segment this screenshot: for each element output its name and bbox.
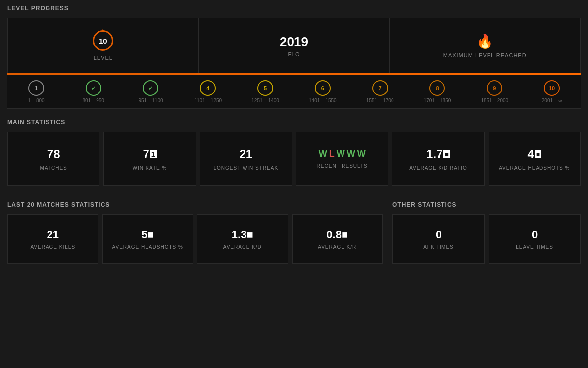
stat-card-kd: 1.7■ AVERAGE K/D RATIO xyxy=(392,132,484,186)
other-afk: 0 AFK TIMES xyxy=(392,214,485,264)
last20-avg-hs: 5■ AVERAGE HEADSHOTS % xyxy=(102,214,194,264)
other-stats-grid: 0 AFK TIMES 0 LEAVE TIMES xyxy=(392,214,581,264)
other-leave-value: 0 xyxy=(532,229,538,241)
stat-card-recent-results: W L W W W RECENT RESULTS xyxy=(296,132,388,186)
milestone-5: 5 1251 – 1400 xyxy=(237,80,294,103)
stat-card-winrate: 71 WIN RATE % xyxy=(103,132,196,186)
level-progress-title: LEVEL PROGRESS xyxy=(7,5,581,12)
level-card: 10 LEVEL xyxy=(8,18,199,73)
milestone-10: 10 2001 – ∞ xyxy=(523,80,581,103)
milestone-badge-3: ✓ xyxy=(143,80,158,96)
level-badge: 10 xyxy=(93,30,113,51)
milestone-badge-2: ✓ xyxy=(86,80,101,96)
last20-avg-kills-value: 21 xyxy=(47,229,59,241)
last20-avg-kills: 21 AVERAGE KILLS xyxy=(7,214,98,264)
milestone-1: 1 1 – 800 xyxy=(7,80,65,103)
milestone-3: ✓ 951 – 1100 xyxy=(122,80,180,103)
main-stats-title: MAIN STATISTICS xyxy=(7,119,581,126)
result-l1: L xyxy=(329,149,335,159)
orange-bar xyxy=(7,73,581,75)
stat-value-matches: 78 xyxy=(47,147,60,161)
result-w2: W xyxy=(337,149,345,159)
stat-label-hs: AVERAGE HEADSHOTS % xyxy=(499,165,570,171)
milestone-badge-4: 4 xyxy=(200,80,216,96)
last20-section: LAST 20 MATCHES STATISTICS 21 AVERAGE KI… xyxy=(7,201,383,264)
other-leave-label: LEAVE TIMES xyxy=(516,244,553,250)
milestone-range-4: 1101 – 1250 xyxy=(194,98,222,103)
result-w3: W xyxy=(347,149,355,159)
milestone-badge-1: 1 xyxy=(28,80,44,96)
stat-label-kd: AVERAGE K/D RATIO xyxy=(409,165,467,171)
elo-label: ELO xyxy=(288,51,300,57)
last20-avg-kr: 0.8■ AVERAGE K/R xyxy=(292,214,383,264)
milestone-7: 7 1551 – 1700 xyxy=(351,80,409,103)
milestone-range-6: 1401 – 1550 xyxy=(309,98,337,103)
last20-avg-hs-value: 5■ xyxy=(141,229,154,241)
milestone-badge-6: 6 xyxy=(315,80,331,96)
progress-bar-section xyxy=(7,73,581,75)
last20-stats-grid: 21 AVERAGE KILLS 5■ AVERAGE HEADSHOTS % … xyxy=(7,214,383,264)
stat-card-matches: 78 MATCHES xyxy=(7,132,99,186)
milestone-badge-9: 9 xyxy=(487,80,502,96)
other-afk-value: 0 xyxy=(436,229,441,241)
milestone-8: 8 1701 – 1850 xyxy=(409,80,466,103)
elo-value: 2019 xyxy=(280,34,308,49)
page-wrapper: LEVEL PROGRESS 10 LEVEL 2019 ELO 🔥 MAXIM… xyxy=(0,0,588,269)
main-stats-grid: 78 MATCHES 71 WIN RATE % 21 LONGEST WIN … xyxy=(7,132,581,186)
max-level-card: 🔥 MAXIMUM LEVEL REACHED xyxy=(390,18,580,73)
fire-icon: 🔥 xyxy=(476,33,493,49)
stat-value-kd: 1.7■ xyxy=(426,147,450,161)
stat-label-recent-results: RECENT RESULTS xyxy=(317,163,368,169)
last20-avg-hs-label: AVERAGE HEADSHOTS % xyxy=(112,244,183,250)
milestone-range-7: 1551 – 1700 xyxy=(366,98,394,103)
last20-avg-kr-label: AVERAGE K/R xyxy=(318,244,356,250)
other-stats-section: OTHER STATISTICS 0 AFK TIMES 0 LEAVE TIM… xyxy=(392,201,581,264)
max-level-label: MAXIMUM LEVEL REACHED xyxy=(443,52,527,58)
milestone-badge-10: 10 xyxy=(544,80,560,96)
stat-value-winstreak: 21 xyxy=(239,147,252,161)
stat-label-winstreak: LONGEST WIN STREAK xyxy=(214,165,279,171)
bottom-section: LAST 20 MATCHES STATISTICS 21 AVERAGE KI… xyxy=(7,201,581,264)
milestone-2: ✓ 801 – 950 xyxy=(65,80,122,103)
level-cards-row: 10 LEVEL 2019 ELO 🔥 MAXIMUM LEVEL REACHE… xyxy=(7,18,581,73)
stat-label-matches: MATCHES xyxy=(40,165,67,171)
other-afk-label: AFK TIMES xyxy=(423,244,454,250)
milestone-range-2: 801 – 950 xyxy=(82,98,104,103)
stat-card-hs: 4■ AVERAGE HEADSHOTS % xyxy=(489,132,581,186)
milestone-range-1: 1 – 800 xyxy=(28,98,44,103)
last20-avg-kd-label: AVERAGE K/D xyxy=(223,244,262,250)
stat-value-winrate: 71 xyxy=(143,147,156,161)
section-divider xyxy=(7,196,581,196)
last20-avg-kd: 1.3■ AVERAGE K/D xyxy=(197,214,288,264)
milestone-range-9: 1851 – 2000 xyxy=(481,98,508,103)
milestone-badge-7: 7 xyxy=(372,80,388,96)
last20-avg-kr-value: 0.8■ xyxy=(326,229,348,241)
milestone-range-3: 951 – 1100 xyxy=(138,98,163,103)
milestone-badge-8: 8 xyxy=(429,80,445,96)
level-progress-section: LEVEL PROGRESS 10 LEVEL 2019 ELO 🔥 MAXIM… xyxy=(7,5,581,109)
last20-avg-kd-value: 1.3■ xyxy=(232,229,253,241)
recent-results: W L W W W xyxy=(319,149,366,159)
milestone-6: 6 1401 – 1550 xyxy=(294,80,351,103)
last20-title: LAST 20 MATCHES STATISTICS xyxy=(7,201,383,208)
stat-value-hs: 4■ xyxy=(527,147,541,161)
stat-label-winrate: WIN RATE % xyxy=(133,165,167,171)
milestones-row: 1 1 – 800 ✓ 801 – 950 ✓ 951 – 1100 4 xyxy=(7,75,581,109)
level-number: 10 xyxy=(99,37,107,45)
level-label: LEVEL xyxy=(94,55,113,61)
other-stats-title: OTHER STATISTICS xyxy=(392,201,581,208)
milestone-4: 4 1101 – 1250 xyxy=(179,80,237,103)
stat-card-winstreak: 21 LONGEST WIN STREAK xyxy=(200,132,292,186)
milestone-9: 9 1851 – 2000 xyxy=(466,80,523,103)
milestone-range-5: 1251 – 1400 xyxy=(251,98,279,103)
last20-avg-kills-label: AVERAGE KILLS xyxy=(30,244,75,250)
milestone-range-10: 2001 – ∞ xyxy=(542,98,562,103)
milestone-range-8: 1701 – 1850 xyxy=(424,98,451,103)
elo-card: 2019 ELO xyxy=(199,18,390,73)
main-stats-section: MAIN STATISTICS 78 MATCHES 71 WIN RATE %… xyxy=(7,119,581,186)
result-w4: W xyxy=(357,149,366,159)
milestone-badge-5: 5 xyxy=(257,80,273,96)
result-w1: W xyxy=(319,149,327,159)
other-leave: 0 LEAVE TIMES xyxy=(489,214,581,264)
